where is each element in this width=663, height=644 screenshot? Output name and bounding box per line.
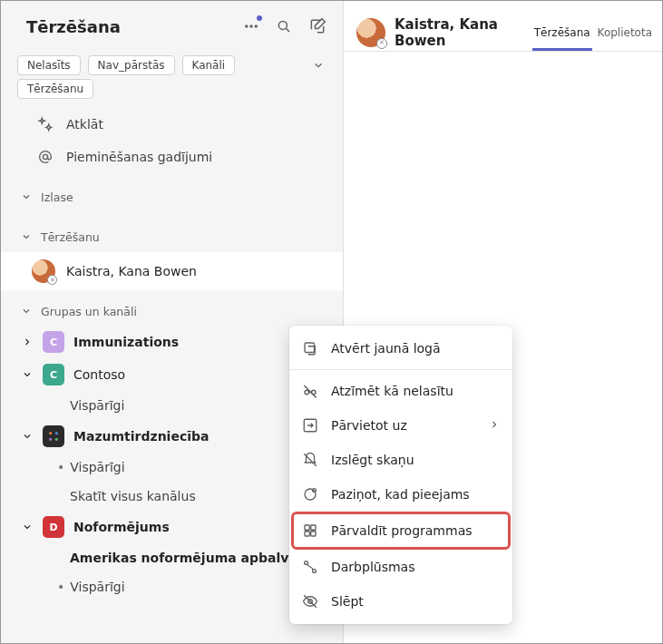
- svg-rect-21: [311, 532, 316, 536]
- avatar[interactable]: [356, 18, 385, 47]
- team-badge: [43, 425, 64, 447]
- svg-point-6: [49, 432, 52, 434]
- svg-line-13: [304, 385, 317, 398]
- menu-move-to[interactable]: Pārvietot uz: [289, 408, 512, 443]
- menu-manage-apps[interactable]: Pārvaldīt programmas: [293, 513, 509, 548]
- chevron-down-icon: [21, 431, 34, 442]
- team-name: Mazumtirdzniecība: [73, 429, 209, 444]
- section-label: Grupas un kanāli: [41, 305, 137, 318]
- tab-shared[interactable]: Koplietota: [596, 26, 654, 51]
- page-title: Tērzēšana: [26, 17, 243, 36]
- more-icon[interactable]: [243, 18, 259, 34]
- filter-pill-channels[interactable]: Kanāli: [182, 55, 236, 75]
- mention-icon: [37, 149, 54, 165]
- chevron-down-icon: [21, 191, 34, 202]
- chevron-right-icon: [489, 418, 500, 433]
- conversation-tabs: Tērzēšana Koplietota: [532, 14, 654, 51]
- activity-dot: [257, 15, 262, 21]
- menu-label: Atzīmēt kā nelasītu: [331, 384, 453, 398]
- team-badge: C: [43, 331, 64, 353]
- chevron-down-icon: [21, 522, 34, 532]
- conversation-header: Kaistra, Kana Bowen Tērzēšana Koplietota: [344, 1, 663, 52]
- menu-mark-unread[interactable]: Atzīmēt kā nelasītu: [289, 374, 512, 408]
- section-favorites[interactable]: Izlase: [1, 182, 343, 211]
- menu-hide[interactable]: Slēpt: [289, 584, 512, 619]
- nav-mentions[interactable]: Pieminēšanas gadījumi: [1, 141, 343, 173]
- svg-point-2: [255, 25, 257, 27]
- team-badge: D: [43, 516, 64, 538]
- menu-label: Pārvietot uz: [331, 418, 407, 433]
- svg-point-0: [246, 25, 248, 27]
- svg-point-5: [43, 154, 47, 159]
- move-icon: [302, 417, 318, 434]
- menu-label: Atvērt jaunā logā: [331, 341, 441, 356]
- context-menu: Atvērt jaunā logā Atzīmēt kā nelasītu Pā…: [289, 326, 512, 624]
- menu-separator: [289, 369, 512, 370]
- nav-label: Atklāt: [66, 117, 103, 132]
- svg-point-11: [305, 390, 309, 395]
- svg-point-23: [313, 570, 317, 573]
- presence-notify-icon: [302, 486, 318, 503]
- tab-chat[interactable]: Tērzēšana: [532, 26, 592, 51]
- svg-rect-18: [305, 525, 309, 530]
- section-chats[interactable]: Tērzēšanu: [1, 222, 343, 251]
- sparkle-icon: [37, 116, 54, 132]
- menu-label: Izslēgt skaņu: [331, 453, 414, 467]
- filter-row-2: Tērzēšanu: [1, 79, 343, 108]
- popout-icon: [302, 340, 318, 356]
- bell-off-icon: [302, 452, 318, 468]
- presence-offline-icon: [376, 38, 387, 49]
- menu-workflows[interactable]: Darbplūsmas: [289, 550, 512, 584]
- compose-icon[interactable]: [308, 17, 327, 35]
- filter-pill-unread[interactable]: Nelasīts: [17, 55, 81, 75]
- glasses-off-icon: [302, 383, 318, 399]
- svg-rect-10: [305, 343, 315, 353]
- menu-label: Pārvaldīt programmas: [331, 523, 473, 538]
- menu-label: Paziņot, kad pieejams: [331, 487, 470, 502]
- chevron-down-icon: [21, 231, 34, 242]
- svg-point-9: [55, 438, 58, 441]
- team-name: Immunizations: [73, 335, 179, 349]
- team-badge: C: [43, 364, 64, 385]
- flow-icon: [302, 559, 318, 575]
- apps-icon: [302, 522, 318, 539]
- svg-point-22: [305, 561, 308, 565]
- nav-label: Pieminēšanas gadījumi: [66, 150, 212, 164]
- conversation-title: Kaistra, Kana Bowen: [395, 16, 520, 49]
- chevron-down-icon[interactable]: [312, 59, 330, 72]
- filter-row: Nelasīts Nav_pārstās Kanāli: [1, 50, 343, 79]
- presence-offline-icon: [47, 275, 57, 285]
- search-icon[interactable]: [276, 18, 292, 34]
- left-pane-header: Tērzēšana: [1, 1, 343, 50]
- filter-pill-chat[interactable]: Tērzēšanu: [17, 79, 93, 99]
- menu-notify-available[interactable]: Paziņot, kad pieejams: [289, 477, 512, 512]
- menu-label: Slēpt: [331, 594, 364, 609]
- team-name: Contoso: [73, 367, 125, 382]
- svg-rect-20: [305, 532, 309, 536]
- svg-point-8: [49, 438, 52, 441]
- menu-mute[interactable]: Izslēgt skaņu: [289, 443, 512, 477]
- nav-discover[interactable]: Atklāt: [1, 108, 343, 141]
- svg-point-7: [55, 432, 58, 434]
- eye-off-icon: [302, 593, 318, 610]
- svg-point-16: [305, 489, 316, 500]
- svg-point-3: [278, 21, 287, 29]
- menu-open-new-window[interactable]: Atvērt jaunā logā: [289, 331, 512, 366]
- chevron-down-icon: [21, 306, 34, 317]
- filter-pill-norep[interactable]: Nav_pārstās: [88, 55, 175, 75]
- chevron-down-icon: [21, 369, 34, 380]
- menu-label: Darbplūsmas: [331, 560, 414, 574]
- section-label: Izlase: [41, 190, 73, 204]
- svg-rect-19: [311, 525, 316, 530]
- chat-name: Kaistra, Kana Bowen: [66, 264, 197, 278]
- chevron-right-icon: [21, 337, 34, 347]
- avatar: [32, 259, 55, 283]
- chat-row-active[interactable]: Kaistra, Kana Bowen: [1, 251, 343, 291]
- section-label: Tērzēšanu: [41, 230, 100, 244]
- svg-line-4: [287, 29, 289, 32]
- section-groups[interactable]: Grupas un kanāli: [1, 297, 343, 326]
- svg-point-1: [250, 25, 252, 27]
- team-name: Noformējums: [73, 520, 170, 534]
